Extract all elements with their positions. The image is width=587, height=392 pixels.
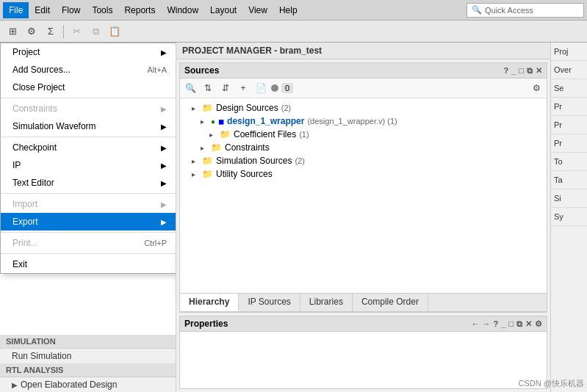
menu-close-project[interactable]: Close Project	[1, 79, 176, 96]
tree-coefficient-files[interactable]: ▸ 📁 Coefficient Files (1)	[180, 128, 547, 141]
tree-constraints-label: Constraints	[225, 142, 270, 153]
submenu-arrow-icon: ▶	[161, 48, 167, 57]
maximize-icon[interactable]: ⧉	[527, 66, 533, 76]
content-area: PROJECT MANAGER - bram_test Sources ? _ …	[176, 43, 550, 392]
help-icon-2[interactable]: ?	[493, 319, 498, 328]
nav-back-btn[interactable]: ←	[471, 319, 479, 328]
tree-toggle-icon-5: ▸	[192, 157, 199, 165]
toolbar-copy-btn[interactable]: ⧉	[87, 23, 104, 40]
minimize-icon-2[interactable]: _	[501, 319, 505, 328]
tree-design-sources[interactable]: ▸ 📁 Design Sources (2)	[180, 101, 547, 115]
chevron-right-icon: ▶	[12, 381, 18, 389]
sources-expand-btn[interactable]: ⇵	[218, 81, 233, 95]
tree-folder-icon-2: 📁	[220, 129, 231, 139]
right-panel-pr1[interactable]: Pr	[551, 98, 587, 116]
right-panel-sy[interactable]: Sy	[551, 208, 587, 226]
maximize-icon-2[interactable]: ⧉	[516, 319, 522, 329]
menubar-edit[interactable]: Edit	[29, 2, 56, 18]
restore-icon[interactable]: □	[519, 66, 524, 75]
sources-collapse-btn[interactable]: ⇅	[201, 81, 215, 95]
menu-text-editor[interactable]: Text Editor ▶	[1, 174, 176, 192]
submenu-arrow-icon-7: ▶	[161, 200, 167, 208]
tab-ip-sources[interactable]: IP Sources	[239, 294, 300, 311]
menubar-flow[interactable]: Flow	[56, 2, 86, 18]
right-panel-pr2[interactable]: Pr	[551, 116, 587, 134]
sources-add-btn[interactable]: +	[236, 81, 251, 95]
menubar-window[interactable]: Window	[161, 2, 204, 18]
sources-search-btn[interactable]: 🔍	[183, 81, 198, 95]
right-panel-over[interactable]: Over	[551, 61, 587, 79]
right-panel-proj[interactable]: Proj	[551, 43, 587, 61]
menu-sep-2	[1, 137, 176, 137]
sources-file-btn[interactable]: 📄	[253, 81, 268, 95]
submenu-arrow-icon-3: ▶	[161, 123, 167, 131]
menu-checkpoint[interactable]: Checkpoint ▶	[1, 139, 176, 156]
sources-toolbar: 🔍 ⇅ ⇵ + 📄 0 ⚙	[180, 79, 547, 98]
sources-titlebar-icons: ? _ □ ⧉ ✕	[503, 66, 542, 76]
tree-toggle-icon-4: ▸	[201, 144, 208, 152]
tree-folder-icon-4: 📁	[202, 156, 213, 166]
help-icon[interactable]: ?	[503, 66, 508, 75]
tree-coeff-label: Coefficient Files	[234, 129, 296, 139]
menubar-layout[interactable]: Layout	[204, 2, 242, 18]
menubar-help[interactable]: Help	[273, 2, 303, 18]
properties-panel: Properties ← → ? _ □ ⧉ ✕ ⚙	[179, 316, 547, 389]
design-source-icon: ●	[211, 117, 215, 126]
toolbar-sigma-btn[interactable]: Σ	[43, 23, 59, 40]
menubar-reports[interactable]: Reports	[118, 2, 161, 18]
tree-toggle-icon-3: ▸	[209, 131, 217, 139]
right-panel-ta[interactable]: Ta	[551, 171, 587, 189]
menu-project[interactable]: Project ▶	[1, 43, 176, 61]
toolbar-paste-btn[interactable]: 📋	[107, 23, 123, 40]
tree-wrapper-suffix: (design_1_wrapper.v) (1)	[307, 117, 397, 126]
toolbar-sep-1	[63, 25, 64, 38]
menu-constraints: Constraints ▶	[1, 100, 176, 117]
tab-compile-order[interactable]: Compile Order	[353, 294, 428, 311]
close-icon[interactable]: ✕	[536, 66, 542, 76]
open-elaborated-design-item[interactable]: ▶ Open Elaborated Design	[0, 377, 176, 392]
run-simulation-item[interactable]: Run Simulation	[0, 349, 176, 363]
toolbar-grid-btn[interactable]: ⊞	[4, 23, 21, 40]
sources-gear-btn[interactable]: ⚙	[529, 81, 544, 95]
menu-print: Print... Ctrl+P	[1, 234, 176, 252]
tree-utility-sources[interactable]: ▸ 📁 Utility Sources	[180, 167, 547, 181]
tree-wrapper-label: design_1_wrapper	[227, 116, 304, 126]
tree-sim-label: Simulation Sources	[216, 156, 292, 166]
sources-title: Sources	[184, 65, 503, 76]
submenu-arrow-icon-5: ▶	[161, 161, 167, 170]
sources-count-badge: 0	[281, 83, 293, 93]
right-panel-pr3[interactable]: Pr	[551, 134, 587, 153]
menubar-view[interactable]: View	[242, 2, 273, 18]
close-icon-2[interactable]: ✕	[525, 319, 532, 329]
right-panel-se[interactable]: Se	[551, 79, 587, 98]
menu-simulation-waveform[interactable]: Simulation Waveform ▶	[1, 117, 176, 135]
submenu-arrow-icon-8: ▶	[161, 218, 167, 226]
tree-sim-sources[interactable]: ▸ 📁 Simulation Sources (2)	[180, 154, 547, 167]
right-panel-si[interactable]: Si	[551, 189, 587, 208]
tree-design-wrapper[interactable]: ▸ ● ◼ design_1_wrapper (design_1_wrapper…	[180, 115, 547, 128]
tree-toggle-icon-2: ▸	[201, 117, 208, 126]
tab-hierarchy[interactable]: Hierarchy	[180, 294, 239, 311]
quick-access-box[interactable]: 🔍 Quick Access	[467, 3, 584, 18]
restore-icon-2[interactable]: □	[508, 319, 514, 328]
simulation-section-title: SIMULATION	[0, 335, 176, 349]
toolbar-cut-btn[interactable]: ✂	[68, 23, 84, 40]
menu-exit[interactable]: Exit	[1, 255, 176, 273]
right-panel-to[interactable]: To	[551, 153, 587, 171]
menu-export[interactable]: Export ▶	[1, 213, 176, 231]
status-dot	[271, 84, 278, 92]
tab-libraries[interactable]: Libraries	[300, 294, 353, 311]
gear-icon-props[interactable]: ⚙	[535, 319, 542, 329]
tree-count: (2)	[281, 104, 291, 112]
tree-constraints[interactable]: ▸ 📁 Constraints	[180, 141, 547, 154]
menubar-tools[interactable]: Tools	[86, 2, 118, 18]
toolbar-gear-btn[interactable]: ⚙	[24, 23, 40, 40]
properties-titlebar: Properties ← → ? _ □ ⧉ ✕ ⚙	[180, 316, 547, 332]
menu-ip[interactable]: IP ▶	[1, 156, 176, 174]
menu-sep-1	[1, 98, 176, 98]
menubar-file[interactable]: File	[3, 2, 29, 18]
nav-forward-btn[interactable]: →	[482, 319, 490, 328]
minimize-icon[interactable]: _	[511, 66, 516, 75]
menu-add-sources[interactable]: Add Sources... Alt+A	[1, 61, 176, 79]
tree-toggle-icon-6: ▸	[192, 170, 199, 178]
